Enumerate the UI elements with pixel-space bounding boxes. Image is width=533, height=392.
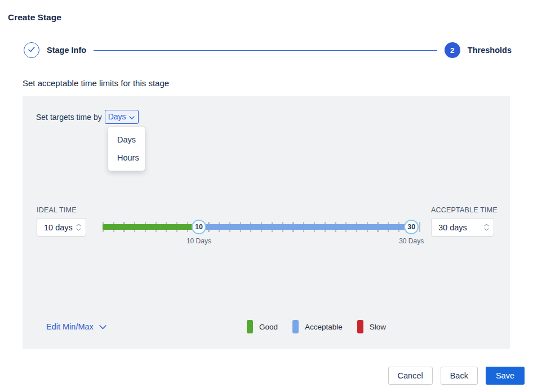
unit-selected-value: Days (108, 112, 126, 121)
legend-label: Good (259, 323, 278, 331)
thresholds-panel: Set targets time by Days Days Hours IDEA… (23, 96, 510, 349)
set-targets-label: Set targets time by (36, 113, 102, 122)
slider-min-handle[interactable]: 10 (192, 220, 206, 234)
stepper-step-thresholds[interactable]: 2 Thresholds (445, 42, 512, 58)
step-number-circle: 2 (445, 42, 460, 58)
slider-acceptable-segment (199, 224, 411, 230)
unit-dropdown-menu: Days Hours (108, 127, 145, 171)
slider-good-segment (103, 224, 199, 230)
acceptable-time-input[interactable]: 30 days (431, 218, 494, 237)
step-number: 2 (450, 46, 455, 55)
chevron-down-icon (99, 322, 106, 332)
dialog-footer: Cancel Back Save (0, 367, 525, 385)
good-swatch-icon (247, 320, 253, 333)
page-title: Create Stage (8, 12, 61, 23)
stepper-arrows-icon[interactable] (76, 224, 81, 231)
stepper-step-stage-info[interactable]: Stage Info (24, 42, 86, 58)
legend-label: Acceptable (305, 323, 343, 331)
back-button[interactable]: Back (441, 367, 478, 385)
slider-max-handle[interactable]: 30 (404, 220, 419, 234)
edit-minmax-link[interactable]: Edit Min/Max (46, 322, 106, 332)
slider-min-label: 10 Days (186, 237, 211, 245)
unit-option-hours[interactable]: Hours (108, 149, 145, 167)
legend-item-good: Good (247, 320, 278, 333)
ideal-time-label: IDEAL TIME (37, 206, 77, 214)
legend-label: Slow (370, 323, 386, 331)
ideal-time-input[interactable]: 10 days (37, 218, 86, 237)
set-targets-row: Set targets time by Days (36, 110, 139, 124)
cancel-button[interactable]: Cancel (388, 367, 433, 385)
create-stage-dialog: Create Stage Stage Info 2 Thresholds Set… (0, 0, 533, 392)
step-done-circle (24, 42, 39, 58)
time-range-slider[interactable]: 10 30 10 Days 30 Days (103, 217, 420, 243)
step-label: Stage Info (47, 46, 86, 55)
legend-item-slow: Slow (357, 320, 386, 333)
stepper: Stage Info 2 Thresholds (24, 42, 512, 58)
ideal-time-value: 10 days (44, 223, 73, 232)
save-button[interactable]: Save (486, 367, 525, 385)
unit-option-days[interactable]: Days (108, 131, 145, 149)
edit-minmax-label: Edit Min/Max (46, 322, 94, 331)
section-heading: Set acceptable time limits for this stag… (23, 78, 169, 88)
check-icon (28, 45, 35, 55)
chevron-down-icon (129, 112, 135, 122)
legend-item-acceptable: Acceptable (292, 320, 343, 333)
slow-swatch-icon (357, 320, 363, 333)
slider-max-label: 30 Days (399, 237, 424, 245)
stepper-arrows-icon[interactable] (484, 224, 489, 231)
acceptable-swatch-icon (292, 320, 299, 333)
acceptable-time-label: ACCEPTABLE TIME (431, 206, 498, 214)
acceptable-time-value: 30 days (438, 223, 467, 232)
stepper-connector-line (94, 50, 437, 51)
unit-dropdown-trigger[interactable]: Days (105, 110, 139, 124)
step-label: Thresholds (468, 46, 512, 55)
legend: Good Acceptable Slow (247, 320, 386, 333)
